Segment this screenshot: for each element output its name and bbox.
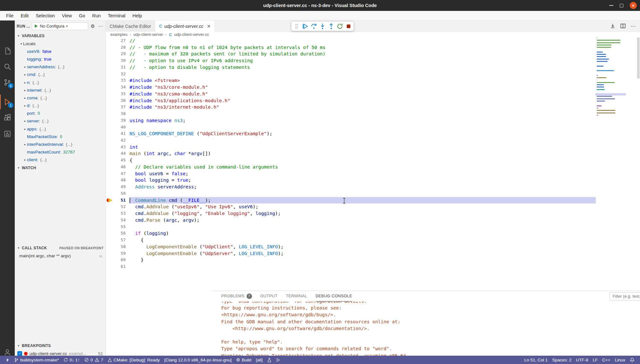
- continue-button[interactable]: [301, 22, 309, 30]
- gutter-glyph-margin[interactable]: [106, 97, 115, 104]
- console-filter-input[interactable]: [610, 292, 640, 301]
- gutter-glyph-margin[interactable]: [106, 190, 115, 197]
- tab-problems[interactable]: PROBLEMS 7: [221, 291, 252, 302]
- gutter-glyph-margin[interactable]: [106, 263, 115, 270]
- cmake-tools-icon[interactable]: [0, 127, 15, 141]
- code-line[interactable]: 41NS_LOG_COMPONENT_DEFINE ("UdpClientSer…: [106, 130, 640, 137]
- code-line[interactable]: 35#include "ns3/csma-module.h": [106, 91, 640, 97]
- code-line[interactable]: 48 bool logging = true;: [106, 177, 640, 184]
- variable-row[interactable]: ▸server:{...}: [15, 117, 105, 125]
- code-line[interactable]: 30// - option to use IPv4 or IPv6 addres…: [106, 57, 640, 64]
- menu-help[interactable]: Help: [129, 12, 146, 20]
- line-number[interactable]: 38: [115, 111, 126, 117]
- remote-indicator[interactable]: [3, 358, 12, 362]
- line-number[interactable]: 32: [115, 71, 126, 78]
- code-line[interactable]: 32: [106, 71, 640, 78]
- code-line[interactable]: 56 if (logging): [106, 230, 640, 237]
- code-line[interactable]: 43int: [106, 144, 640, 151]
- line-number[interactable]: 61: [115, 263, 126, 270]
- variable-row[interactable]: ▸apps:{...}: [15, 125, 105, 133]
- line-number[interactable]: 51: [115, 197, 126, 204]
- gutter-glyph-margin[interactable]: [106, 117, 115, 124]
- line-number[interactable]: 35: [115, 91, 126, 97]
- code-line[interactable]: 57 {: [106, 237, 640, 244]
- line-number[interactable]: 28: [115, 44, 126, 51]
- menu-view[interactable]: View: [58, 12, 75, 20]
- code-line[interactable]: 51 CommandLine cmd (__FILE__);: [106, 197, 640, 204]
- tab-cmake-cache-editor[interactable]: CMake Cache Editor: [106, 21, 155, 32]
- code-line[interactable]: 34#include "ns3/core-module.h": [106, 84, 640, 91]
- code-line[interactable]: 45{: [106, 157, 640, 164]
- code-line[interactable]: 47 bool useV6 = false;: [106, 170, 640, 177]
- language-mode-item[interactable]: C++: [600, 358, 613, 362]
- menu-go[interactable]: Go: [75, 12, 88, 20]
- variable-row[interactable]: ▸d:{...}: [15, 102, 105, 110]
- os-item[interactable]: Linux: [613, 358, 627, 362]
- minimap[interactable]: [597, 37, 625, 172]
- code-line[interactable]: 44main (int argc, char *argv[]): [106, 150, 640, 157]
- stop-button[interactable]: [345, 22, 352, 30]
- gutter-glyph-margin[interactable]: [106, 224, 115, 230]
- cmake-kit-item[interactable]: [Clang 12.0.0 x86_64-pc-linux-gnu]: [162, 358, 234, 362]
- expand-icon[interactable]: ▸: [23, 65, 27, 69]
- line-number[interactable]: 40: [115, 124, 126, 131]
- restart-button[interactable]: [336, 22, 344, 30]
- gutter-glyph-margin[interactable]: [106, 137, 115, 144]
- code-line[interactable]: 50: [106, 190, 640, 197]
- step-over-button[interactable]: [310, 22, 318, 30]
- gutter-glyph-margin[interactable]: [106, 177, 115, 184]
- run-file-icon[interactable]: [610, 23, 616, 29]
- gutter-glyph-margin[interactable]: [106, 257, 115, 263]
- line-number[interactable]: 56: [115, 230, 126, 237]
- gutter-glyph-margin[interactable]: [106, 124, 115, 131]
- code-line[interactable]: 59 LogComponentEnable ("UdpServer", LOG_…: [106, 250, 640, 257]
- more-actions-icon[interactable]: ⋯: [97, 23, 104, 29]
- line-number[interactable]: 43: [115, 144, 126, 151]
- notifications-bell-icon[interactable]: [627, 358, 637, 362]
- stack-frame-row[interactable]: main(int argc, char ** argv) u.: [15, 252, 105, 260]
- line-number[interactable]: 29: [115, 51, 126, 57]
- variables-section-header[interactable]: ▾ VARIABLES: [15, 32, 105, 40]
- line-number[interactable]: 34: [115, 84, 126, 91]
- call-stack-section-header[interactable]: ▾ CALL STACK PAUSED ON BREAKPOINT: [15, 244, 105, 252]
- code-line[interactable]: 52 cmd.AddValue ("useIpv6", "Use Ipv6", …: [106, 203, 640, 210]
- cmake-build-item[interactable]: ⚙ Build: [234, 357, 254, 362]
- variable-row[interactable]: MaxPacketSize:0: [15, 133, 105, 140]
- gutter-glyph-margin[interactable]: [106, 57, 115, 64]
- cursor-position-item[interactable]: Ln 51, Col 1: [522, 358, 550, 362]
- line-number[interactable]: 54: [115, 217, 126, 224]
- indentation-item[interactable]: Spaces: 2: [550, 358, 574, 362]
- menu-selection[interactable]: Selection: [32, 12, 58, 20]
- code-line[interactable]: 29// - maximum of 320 packets sent (or l…: [106, 51, 640, 57]
- line-number[interactable]: 46: [115, 164, 126, 170]
- gutter-glyph-margin[interactable]: [106, 210, 115, 217]
- variable-row[interactable]: ▸csma:{...}: [15, 94, 105, 102]
- code-line[interactable]: 31// - option to disable logging stateme…: [106, 64, 640, 71]
- gutter-glyph-margin[interactable]: [106, 64, 115, 71]
- code-line[interactable]: 54 cmd.Parse (argc, argv);: [106, 217, 640, 224]
- expand-icon[interactable]: ▸: [23, 96, 27, 100]
- line-number[interactable]: 55: [115, 224, 126, 230]
- build-target-item[interactable]: [all]: [254, 358, 265, 362]
- code-editor[interactable]: 27//28// - UDP flow from n0 to n1 of 102…: [106, 37, 640, 270]
- menu-terminal[interactable]: Terminal: [104, 12, 129, 20]
- line-number[interactable]: 37: [115, 104, 126, 111]
- line-number[interactable]: 53: [115, 210, 126, 217]
- line-number[interactable]: 45: [115, 157, 126, 164]
- line-number[interactable]: 33: [115, 77, 126, 84]
- line-number[interactable]: 52: [115, 203, 126, 210]
- line-number[interactable]: 59: [115, 250, 126, 257]
- variable-row[interactable]: ▸n:{...}: [15, 79, 105, 86]
- tab-debug-console[interactable]: DEBUG CONSOLE: [316, 291, 352, 302]
- line-number[interactable]: 44: [115, 150, 126, 157]
- gutter-glyph-margin[interactable]: [106, 111, 115, 117]
- search-icon[interactable]: [0, 59, 15, 74]
- split-editor-icon[interactable]: [620, 23, 626, 29]
- line-number[interactable]: 50: [115, 190, 126, 197]
- breakpoints-section-header[interactable]: ▾ BREAKPOINTS: [15, 342, 105, 350]
- code-line[interactable]: 39using namespace ns3;: [106, 117, 640, 124]
- code-line[interactable]: 28// - UDP flow from n0 to n1 of 1024 by…: [106, 44, 640, 51]
- gutter-glyph-margin[interactable]: [106, 77, 115, 84]
- line-number[interactable]: 36: [115, 97, 126, 104]
- variable-row[interactable]: logging:true: [15, 55, 105, 63]
